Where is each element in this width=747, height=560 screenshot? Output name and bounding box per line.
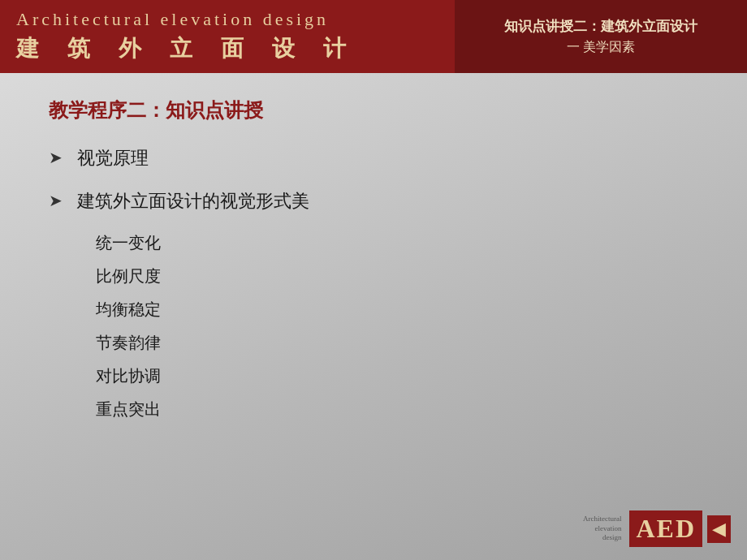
bullet-arrow-2: ➤ [49, 191, 63, 210]
header-title-zh: 建 筑 外 立 面 设 计 [16, 33, 438, 64]
bullet-arrow-1: ➤ [49, 148, 63, 167]
footer-logo-line3: design [602, 533, 622, 543]
header-right-subtitle: 一 美学因素 [567, 39, 635, 56]
sub-item-1: 统一变化 [96, 232, 706, 254]
sub-items-list: 统一变化 比例尺度 均衡稳定 节奏韵律 对比协调 重点突出 [96, 232, 706, 420]
sub-item-3: 均衡稳定 [96, 299, 706, 321]
sub-item-6: 重点突出 [96, 398, 706, 420]
sub-item-2: 比例尺度 [96, 265, 706, 287]
footer-logo-line2: elevation [594, 524, 621, 534]
header-title-en: Architectural elevation design [16, 9, 438, 30]
footer-logo-line1: Architectural [583, 515, 621, 524]
header-right: 知识点讲授二：建筑外立面设计 一 美学因素 [455, 0, 747, 73]
bullet-item-2: ➤ 建筑外立面设计的视觉形式美 [49, 189, 706, 214]
footer-logo-arrow: ◀ [707, 515, 731, 543]
header: Architectural elevation design 建 筑 外 立 面… [0, 0, 747, 73]
header-right-title: 知识点讲授二：建筑外立面设计 [504, 17, 697, 37]
bullet-text-2: 建筑外立面设计的视觉形式美 [77, 189, 309, 214]
section-title: 教学程序二：知识点讲授 [49, 97, 706, 123]
footer-logo-text: Architectural elevation design [583, 515, 621, 543]
footer-logo: Architectural elevation design AED ◀ [583, 510, 731, 547]
header-left: Architectural elevation design 建 筑 外 立 面… [0, 0, 455, 73]
sub-item-5: 对比协调 [96, 365, 706, 387]
bullet-text-1: 视觉原理 [77, 146, 149, 171]
footer-logo-aed: AED [629, 510, 702, 547]
slide: Architectural elevation design 建 筑 外 立 面… [0, 0, 747, 560]
main-content: 教学程序二：知识点讲授 ➤ 视觉原理 ➤ 建筑外立面设计的视觉形式美 统一变化 … [0, 73, 747, 560]
bullet-item-1: ➤ 视觉原理 [49, 146, 706, 171]
sub-item-4: 节奏韵律 [96, 332, 706, 354]
